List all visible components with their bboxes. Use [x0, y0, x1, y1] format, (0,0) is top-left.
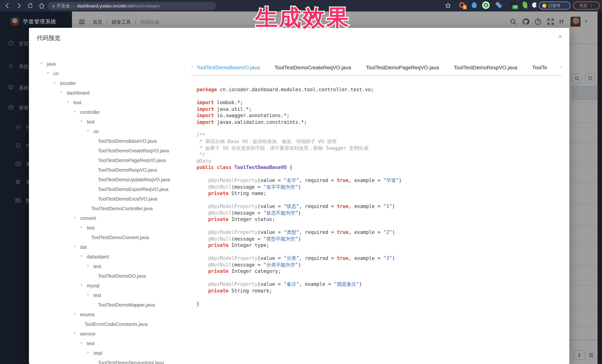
tree-folder-cn[interactable]: ▾cn — [36, 69, 192, 78]
tab-ToolTe[interactable]: ToolTe — [532, 60, 547, 75]
update-label: 更新 — [579, 3, 588, 8]
url-path[interactable]: /tool/codegen — [133, 3, 160, 9]
tree-folder-impl[interactable]: ▾impl — [36, 348, 192, 358]
tree-file-ToolTestDemoServiceImpl.java[interactable]: ToolTestDemoServiceImpl.java — [36, 358, 192, 364]
caret-down-icon[interactable]: ▾ — [87, 129, 92, 133]
caret-down-icon[interactable]: ▾ — [80, 254, 85, 258]
tree-folder-test[interactable]: ▾test — [36, 338, 192, 348]
tab-ToolTestDemoPageReqVO.java[interactable]: ToolTestDemoPageReqVO.java — [366, 60, 439, 75]
tree-folder-service[interactable]: ▾service — [36, 329, 192, 338]
caret-down-icon[interactable]: ▾ — [74, 312, 78, 316]
caret-down-icon[interactable]: ▾ — [80, 119, 85, 123]
tabs-scroll-left-icon[interactable]: ‹ — [191, 64, 193, 70]
code-line: private Integer category; — [197, 268, 566, 274]
extension-drop-icon[interactable] — [472, 2, 477, 8]
caret-down-icon[interactable]: ▾ — [54, 81, 58, 84]
code-line: import lombok.*; — [197, 99, 566, 106]
tree-file-ToolTestDemoExcelVO.java[interactable]: ToolTestDemoExcelVO.java — [36, 194, 192, 204]
extensions-puzzle-icon[interactable] — [532, 2, 538, 8]
code-line: * 如果子 VO 存在差异的字段，请不要添加到这里，影响 Swagger 文档生… — [197, 145, 566, 151]
tree-folder-tool[interactable]: ▾tool — [36, 97, 192, 107]
home-icon[interactable] — [39, 3, 45, 9]
caret-down-icon[interactable]: ▾ — [87, 351, 92, 354]
tree-folder-test[interactable]: ▾test — [36, 223, 192, 232]
code-line: } — [197, 301, 566, 307]
tree-file-ToolTestDemoConvert.java[interactable]: ToolTestDemoConvert.java — [36, 232, 192, 242]
tab-ToolTestDemoCreateReqVO.java[interactable]: ToolTestDemoCreateReqVO.java — [275, 60, 351, 75]
tree-file-ToolTestDemoExportReqVO.java[interactable]: ToolTestDemoExportReqVO.java — [36, 184, 192, 194]
caret-down-icon[interactable]: ▾ — [40, 62, 45, 65]
caret-down-icon[interactable]: ▾ — [47, 71, 52, 75]
tree-folder-iocoder[interactable]: ▾iocoder — [36, 78, 192, 88]
caret-down-icon[interactable]: ▾ — [87, 293, 92, 297]
tree-folder-dashboard[interactable]: ▾dashboard — [36, 88, 192, 97]
caret-down-icon[interactable]: ▾ — [74, 245, 78, 248]
extension-leaf-icon[interactable] — [522, 1, 528, 8]
tree-folder-test[interactable]: ▾test — [36, 261, 192, 271]
code-line: /** — [197, 132, 566, 138]
close-icon[interactable]: × — [558, 33, 562, 40]
tree-file-ToolTestDemoMapper.java[interactable]: ToolTestDemoMapper.java — [36, 300, 192, 310]
tree-file-ToolTestDemoPageReqVO.java[interactable]: ToolTestDemoPageReqVO.java — [36, 155, 192, 165]
code-line: @ApiModelProperty(value = "分类", required… — [197, 255, 566, 261]
address-bar[interactable]: ▲ 不安全 | dashboard.yudao.iocoder.cn/tool/… — [47, 2, 216, 10]
tree-folder-vo[interactable]: ▾vo — [36, 126, 192, 136]
dialog-title: 代码预览 — [37, 34, 60, 42]
tree-folder-test[interactable]: ▾test — [36, 117, 192, 126]
screen: ▲ 不安全 | dashboard.yudao.iocoder.cn/tool/… — [0, 0, 602, 364]
code-line — [197, 249, 566, 255]
tree-folder-test[interactable]: ▾test — [36, 290, 192, 300]
forward-icon[interactable] — [16, 3, 22, 9]
caret-down-icon[interactable]: ▾ — [74, 110, 78, 114]
caret-down-icon[interactable]: ▾ — [80, 283, 85, 287]
recording-paused-pill[interactable]: 已暂停 — [538, 1, 570, 10]
code-line — [197, 197, 566, 203]
tree-folder-enums[interactable]: ▾enums — [36, 310, 192, 319]
caret-down-icon[interactable]: ▾ — [67, 100, 72, 104]
extension-on-badge: on — [512, 5, 518, 9]
code-line: */ — [197, 151, 566, 158]
tree-file-ToolErrorCodeConstants.java[interactable]: ToolErrorCodeConstants.java — [36, 319, 192, 329]
tree-folder-dataobject[interactable]: ▾dataobject — [36, 252, 192, 261]
code-line: import java.util.*; — [197, 106, 566, 112]
tree-folder-controller[interactable]: ▾controller — [36, 107, 192, 117]
tab-ToolTestDemoBaseVO.java[interactable]: ToolTestDemoBaseVO.java — [197, 60, 260, 75]
code-line: @ApiModelProperty(value = "备注", example … — [197, 281, 566, 287]
code-viewer[interactable]: package cn.iocoder.dashboard.modules.too… — [197, 86, 566, 363]
url-domain[interactable]: dashboard.yudao.iocoder.cn — [77, 3, 133, 9]
tree-file-ToolTestDemoBaseVO.java[interactable]: ToolTestDemoBaseVO.java — [36, 136, 192, 146]
caret-down-icon[interactable]: ▾ — [60, 90, 65, 94]
code-line: @ApiModelProperty(value = "类型", required… — [197, 229, 566, 236]
bookmark-star-icon[interactable] — [445, 3, 452, 9]
code-line: @NotNull(message = "分类不能为空") — [197, 261, 566, 268]
tree-folder-dal[interactable]: ▾dal — [36, 242, 192, 252]
code-line: import io.swagger.annotations.*; — [197, 112, 566, 119]
tabs-scroll-right-icon[interactable]: › — [560, 64, 562, 70]
tree-file-ToolTestDemoCreateReqVO.java[interactable]: ToolTestDemoCreateReqVO.java — [36, 146, 192, 155]
tree-file-ToolTestDemoRespVO.java[interactable]: ToolTestDemoRespVO.java — [36, 165, 192, 175]
tab-ToolTestDemoRespVO.java[interactable]: ToolTestDemoRespVO.java — [454, 60, 517, 75]
caret-down-icon[interactable]: ▾ — [80, 341, 85, 345]
caret-down-icon[interactable]: ▾ — [87, 264, 92, 268]
code-line: @NotNull(message = "名字不能为空") — [197, 184, 566, 190]
caret-down-icon[interactable]: ▾ — [80, 225, 85, 229]
emoji-face-icon — [542, 3, 546, 8]
tree-folder-mysql[interactable]: ▾mysql — [36, 281, 192, 290]
code-line: @Data — [197, 158, 566, 164]
tree-file-ToolTestDemoController.java[interactable]: ToolTestDemoController.java — [36, 204, 192, 213]
caret-down-icon[interactable]: ▾ — [74, 331, 78, 335]
browser-menu-icon[interactable]: ⋮ — [589, 3, 593, 8]
back-icon[interactable] — [4, 3, 11, 9]
reload-icon[interactable] — [27, 3, 33, 9]
not-secure-label[interactable]: 不安全 — [57, 3, 70, 9]
tree-folder-java[interactable]: ▾java — [36, 59, 192, 69]
code-line: @ApiModelProperty(value = "状态", required… — [197, 203, 566, 210]
tree-file-ToolTestDemoUpdateReqVO.java[interactable]: ToolTestDemoUpdateReqVO.java — [36, 175, 192, 184]
extension-y-icon[interactable]: y — [483, 3, 488, 8]
chrome-update-button[interactable]: 更新 ⋮ — [573, 1, 600, 10]
tree-file-ToolTestDemoDO.java[interactable]: ToolTestDemoDO.java — [36, 271, 192, 281]
caret-down-icon[interactable]: ▾ — [74, 216, 78, 219]
code-line: private Integer status; — [197, 216, 566, 223]
extension-badge: 1 — [463, 5, 467, 9]
tree-folder-convert[interactable]: ▾convert — [36, 213, 192, 223]
